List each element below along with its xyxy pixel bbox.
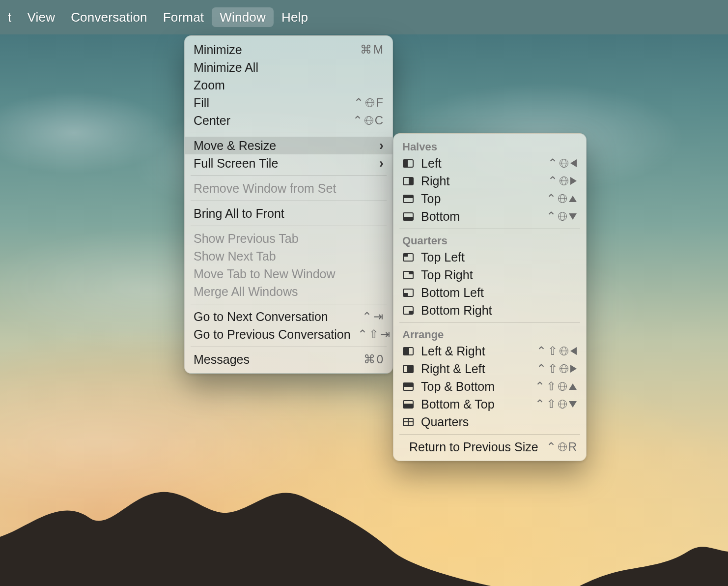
menu-item-label: Show Next Tab xyxy=(194,249,384,264)
globe-icon xyxy=(558,442,567,451)
menu-item-label: Bottom Right xyxy=(421,303,577,318)
menubar-item-window[interactable]: Window xyxy=(212,7,274,27)
menu-item-label: Top Left xyxy=(421,250,577,264)
menu-item-minimize[interactable]: Minimize⌘M xyxy=(185,41,392,59)
globe-icon xyxy=(558,212,567,221)
menu-item-left-right[interactable]: Left & Right⌃⇧ xyxy=(393,342,586,360)
menubar-item-conversation[interactable]: Conversation xyxy=(63,7,155,27)
modifier-key: ⌃ xyxy=(546,209,557,223)
menu-item-top-right[interactable]: Top Right xyxy=(393,266,586,284)
menubar-item-help[interactable]: Help xyxy=(274,7,316,27)
menu-item-zoom[interactable]: Zoom xyxy=(185,76,392,94)
menu-item-bottom-left[interactable]: Bottom Left xyxy=(393,284,586,301)
menubar-item-t[interactable]: t xyxy=(0,7,19,27)
menu-section-header-quarters: Quarters xyxy=(393,233,586,248)
menu-item-go-to-previous-conversation[interactable]: Go to Previous Conversation⌃⇧⇥ xyxy=(185,325,392,343)
window-position-icon-top xyxy=(402,195,414,203)
menu-item-right-left[interactable]: Right & Left⌃⇧ xyxy=(393,360,586,378)
window-position-icon-bottombig xyxy=(402,400,414,409)
menu-item-label: Right xyxy=(421,174,541,188)
menu-item-label: Top xyxy=(421,192,539,206)
menu-item-move-resize[interactable]: Move & Resize› xyxy=(185,137,392,154)
menu-item-merge-all-windows: Merge All Windows xyxy=(185,283,392,300)
menu-item-move-tab-to-new-window: Move Tab to New Window xyxy=(185,265,392,283)
globe-icon xyxy=(558,400,567,409)
left-triangle-icon xyxy=(570,347,577,355)
chevron-right-icon: › xyxy=(375,155,384,171)
menu-shortcut: ⌘0 xyxy=(364,352,384,366)
modifier-key: ⌃ xyxy=(548,156,558,170)
menu-item-top-left[interactable]: Top Left xyxy=(393,248,586,266)
window-position-icon-grid xyxy=(402,418,414,426)
menu-item-label: Zoom xyxy=(194,78,384,92)
shortcut-key: C xyxy=(375,114,384,127)
menu-separator xyxy=(399,322,580,323)
menu-item-label: Center xyxy=(194,114,346,128)
menu-item-bottom-top[interactable]: Bottom & Top⌃⇧ xyxy=(393,395,586,413)
menu-item-bring-all-to-front[interactable]: Bring All to Front xyxy=(185,205,392,222)
modifier-key: ⇧ xyxy=(546,397,557,411)
shortcut-key: 0 xyxy=(377,352,384,366)
menu-shortcut: ⌘M xyxy=(360,43,384,57)
modifier-key: ⌃ xyxy=(546,192,557,205)
menu-item-return-to-previous-size[interactable]: Return to Previous Size⌃R xyxy=(393,438,586,456)
window-position-icon-bl xyxy=(402,289,414,297)
menubar: tViewConversationFormatWindowHelp xyxy=(0,0,728,34)
globe-icon xyxy=(560,347,568,355)
menu-separator xyxy=(399,434,580,435)
menu-item-top[interactable]: Top⌃ xyxy=(393,190,586,207)
modifier-key: ⇧ xyxy=(548,362,558,376)
menu-separator xyxy=(191,304,387,304)
menu-separator xyxy=(191,201,387,201)
menu-item-go-to-next-conversation[interactable]: Go to Next Conversation⌃⇥ xyxy=(185,308,392,325)
menu-separator xyxy=(191,347,387,347)
menu-item-label: Minimize All xyxy=(194,60,384,75)
modifier-key: ⌃ xyxy=(536,362,547,376)
menu-item-label: Move Tab to New Window xyxy=(194,267,384,281)
menu-item-bottom[interactable]: Bottom⌃ xyxy=(393,207,586,225)
menu-item-right[interactable]: Right⌃ xyxy=(393,172,586,190)
menu-item-bottom-right[interactable]: Bottom Right xyxy=(393,301,586,319)
window-position-icon-leftbig xyxy=(402,347,414,355)
shortcut-key: M xyxy=(373,43,384,57)
globe-icon xyxy=(560,364,568,373)
window-position-icon-rightbig xyxy=(402,365,414,373)
menu-item-left[interactable]: Left⌃ xyxy=(393,154,586,172)
globe-icon xyxy=(365,98,374,107)
menu-separator xyxy=(191,133,387,133)
left-triangle-icon xyxy=(570,159,577,167)
down-triangle-icon xyxy=(569,213,577,220)
menu-item-top-bottom[interactable]: Top & Bottom⌃⇧ xyxy=(393,378,586,395)
menubar-item-format[interactable]: Format xyxy=(155,7,212,27)
menu-item-label: Top & Bottom xyxy=(421,380,528,394)
modifier-key: ⌃ xyxy=(535,397,545,411)
modifier-key: ⇧ xyxy=(546,380,557,393)
menu-item-label: Fill xyxy=(194,96,347,110)
modifier-key: ⌘ xyxy=(364,352,376,366)
window-position-icon-left xyxy=(402,159,414,168)
window-position-icon-tl xyxy=(402,253,414,262)
menu-item-quarters[interactable]: Quarters xyxy=(393,413,586,431)
menu-item-fill[interactable]: Fill⌃F xyxy=(185,94,392,112)
modifier-key: ⌃ xyxy=(546,440,557,454)
menu-item-label: Merge All Windows xyxy=(194,285,384,299)
menu-shortcut: ⌃⇧ xyxy=(536,362,577,376)
window-position-icon-right xyxy=(402,177,414,185)
menu-item-full-screen-tile[interactable]: Full Screen Tile› xyxy=(185,154,392,172)
globe-icon xyxy=(560,176,568,185)
menu-shortcut: ⌃C xyxy=(353,114,384,127)
menu-shortcut: ⌃ xyxy=(548,174,577,188)
menu-item-messages[interactable]: Messages⌘0 xyxy=(185,351,392,368)
menubar-item-view[interactable]: View xyxy=(19,7,63,27)
menu-item-label: Bottom xyxy=(421,209,539,224)
window-position-icon-br xyxy=(402,306,414,315)
menu-shortcut: ⌃⇧ xyxy=(536,344,577,358)
menu-item-minimize-all[interactable]: Minimize All xyxy=(185,59,392,76)
window-position-icon-tr xyxy=(402,271,414,279)
shortcut-key: F xyxy=(376,96,384,110)
globe-icon xyxy=(558,382,567,391)
modifier-key: ⌃ xyxy=(548,174,558,188)
menu-separator xyxy=(191,176,387,176)
menu-item-center[interactable]: Center⌃C xyxy=(185,112,392,129)
menu-item-show-next-tab: Show Next Tab xyxy=(185,247,392,265)
